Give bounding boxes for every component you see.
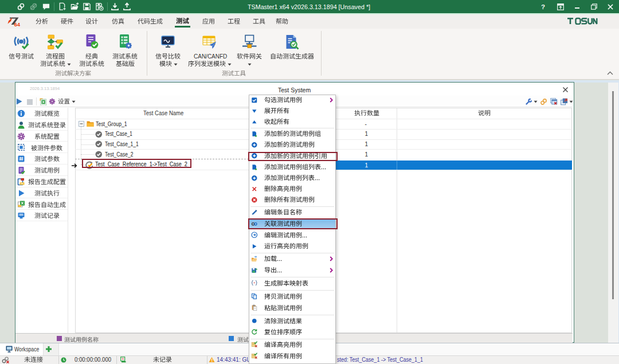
svg-text:64: 64 [14,21,21,27]
